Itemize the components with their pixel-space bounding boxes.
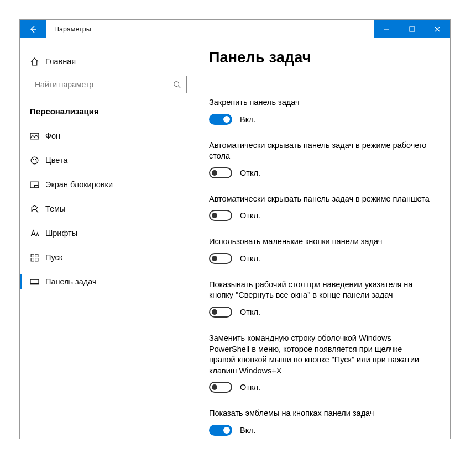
sidebar-home-label: Главная [45, 57, 76, 66]
toggle-knob [223, 116, 230, 123]
toggle-state-text: Вкл. [240, 426, 256, 435]
toggle-switch[interactable] [209, 114, 232, 125]
toggle-state-text: Вкл. [240, 115, 256, 124]
toggle-switch[interactable] [209, 167, 232, 178]
toggle-switch[interactable] [209, 210, 232, 221]
toggle-row: Откл. [209, 382, 437, 393]
search-box[interactable] [29, 76, 187, 93]
close-icon [434, 26, 441, 33]
close-button[interactable] [425, 20, 450, 38]
sidebar-item-themes[interactable]: Темы [20, 197, 196, 221]
lockscreen-icon [30, 180, 45, 189]
toggle-state-text: Откл. [240, 168, 260, 177]
sidebar-item-taskbar[interactable]: Панель задач [20, 270, 196, 294]
sidebar-item-colors[interactable]: Цвета [20, 148, 196, 172]
sidebar-category: Персонализация [20, 101, 196, 124]
svg-rect-14 [30, 283, 39, 284]
svg-rect-11 [31, 258, 34, 261]
toggle-knob [223, 427, 230, 434]
sidebar-item-label: Цвета [45, 156, 67, 165]
setting-3: Использовать маленькие кнопки панели зад… [209, 236, 437, 264]
sidebar-item-label: Экран блокировки [45, 180, 113, 189]
sidebar-item-background[interactable]: Фон [20, 124, 196, 148]
sidebar: Главная Персонализация Фон [20, 38, 196, 439]
setting-label: Автоматически скрывать панель задач в ре… [209, 194, 430, 205]
sidebar-item-label: Фон [45, 131, 60, 140]
page-title: Панель задач [209, 49, 437, 66]
toggle-knob [212, 384, 217, 390]
setting-label: Автоматически скрывать панель задач в ре… [209, 140, 430, 162]
toggle-row: Откл. [209, 167, 437, 178]
toggle-switch[interactable] [209, 425, 232, 436]
sidebar-item-start[interactable]: Пуск [20, 245, 196, 270]
sidebar-item-lockscreen[interactable]: Экран блокировки [20, 172, 196, 197]
back-button[interactable] [20, 20, 46, 38]
toggle-knob [212, 213, 217, 218]
setting-1: Автоматически скрывать панель задач в ре… [209, 140, 437, 178]
svg-point-1 [174, 82, 179, 87]
picture-icon [30, 131, 45, 141]
themes-icon [30, 204, 45, 214]
titlebar: Параметры [20, 20, 450, 38]
toggle-switch[interactable] [209, 307, 232, 318]
arrow-left-icon [29, 25, 38, 34]
toggle-knob [212, 256, 217, 261]
setting-2: Автоматически скрывать панель задач в ре… [209, 194, 437, 221]
sidebar-item-label: Панель задач [45, 277, 97, 286]
svg-rect-0 [410, 27, 415, 31]
home-icon [30, 57, 45, 66]
sidebar-home[interactable]: Главная [20, 49, 196, 73]
start-icon [30, 253, 45, 262]
window-body: Главная Персонализация Фон [20, 38, 450, 439]
search-input[interactable] [35, 80, 168, 89]
settings-window: Параметры Главная [19, 19, 451, 439]
maximize-icon [409, 26, 415, 32]
setting-label: Заменить командную строку оболочкой Wind… [209, 333, 430, 376]
toggle-knob [212, 309, 217, 315]
svg-point-6 [36, 160, 37, 161]
maximize-button[interactable] [399, 20, 425, 38]
sidebar-item-fonts[interactable]: Шрифты [20, 221, 196, 245]
minimize-button[interactable] [374, 20, 399, 38]
toggle-row: Откл. [209, 210, 437, 221]
sidebar-item-label: Темы [45, 204, 66, 213]
setting-4: Показывать рабочий стол при наведении ук… [209, 279, 437, 318]
toggle-state-text: Откл. [240, 254, 260, 263]
fonts-icon [30, 229, 45, 238]
toggle-row: Вкл. [209, 425, 437, 436]
setting-label: Закрепить панель задач [209, 97, 430, 108]
toggle-row: Вкл. [209, 114, 437, 125]
caption-buttons [374, 20, 450, 38]
svg-point-3 [31, 157, 38, 164]
toggle-switch[interactable] [209, 382, 232, 393]
window-title: Параметры [46, 20, 374, 38]
toggle-switch[interactable] [209, 253, 232, 264]
search-wrap [20, 76, 196, 93]
setting-6: Показать эмблемы на кнопках панели задач… [209, 408, 437, 436]
svg-point-4 [33, 159, 34, 160]
svg-point-5 [35, 159, 36, 160]
toggle-state-text: Откл. [240, 308, 260, 316]
setting-label: Использовать маленькие кнопки панели зад… [209, 236, 430, 247]
toggle-row: Откл. [209, 307, 437, 318]
setting-5: Заменить командную строку оболочкой Wind… [209, 333, 437, 393]
setting-0: Закрепить панель задачВкл. [209, 97, 437, 125]
svg-rect-9 [31, 254, 34, 257]
setting-label: Показывать рабочий стол при наведении ук… [209, 279, 430, 301]
svg-rect-8 [35, 185, 38, 187]
toggle-knob [212, 170, 217, 176]
taskbar-icon [30, 277, 45, 287]
minimize-icon [383, 26, 390, 33]
toggle-row: Откл. [209, 253, 437, 264]
search-icon [173, 81, 181, 88]
content-area[interactable]: Панель задач Закрепить панель задачВкл.А… [196, 38, 450, 439]
toggle-state-text: Откл. [240, 211, 260, 220]
svg-rect-10 [35, 254, 38, 257]
toggle-state-text: Откл. [240, 383, 260, 392]
sidebar-item-label: Пуск [45, 253, 62, 262]
sidebar-item-label: Шрифты [45, 229, 77, 238]
setting-label: Показать эмблемы на кнопках панели задач [209, 408, 430, 419]
svg-rect-12 [35, 258, 38, 261]
palette-icon [30, 156, 45, 165]
